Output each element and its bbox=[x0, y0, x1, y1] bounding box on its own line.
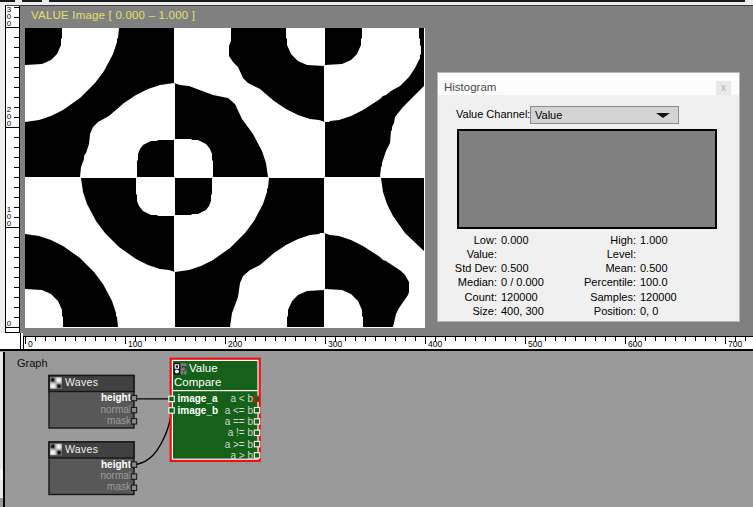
svg-text:700: 700 bbox=[728, 339, 742, 349]
svg-text:400: 400 bbox=[428, 339, 442, 349]
svg-text:a < b: a < b bbox=[230, 393, 253, 404]
svg-text:image_a: image_a bbox=[178, 393, 218, 404]
svg-text:Waves: Waves bbox=[65, 376, 98, 388]
svg-text:0: 0 bbox=[7, 319, 12, 328]
svg-text:600: 600 bbox=[628, 339, 642, 349]
svg-text:0: 0 bbox=[28, 339, 33, 349]
svg-text:0: 0 bbox=[7, 119, 12, 128]
svg-text:a == b: a == b bbox=[225, 416, 254, 427]
svg-text:mask: mask bbox=[107, 415, 132, 426]
svg-text:a > b: a > b bbox=[230, 450, 253, 461]
svg-text:Value: Value bbox=[189, 362, 218, 374]
svg-text:normal: normal bbox=[100, 470, 131, 481]
svg-text:a >= b: a >= b bbox=[225, 439, 254, 450]
svg-text:image_b: image_b bbox=[178, 405, 219, 416]
svg-text:height: height bbox=[101, 459, 132, 470]
svg-text:100: 100 bbox=[128, 339, 142, 349]
svg-text:a <= b: a <= b bbox=[225, 405, 254, 416]
svg-text:Waves: Waves bbox=[65, 443, 98, 455]
svg-text:?: ? bbox=[181, 364, 187, 376]
svg-text:normal: normal bbox=[100, 404, 131, 415]
svg-text:mask: mask bbox=[107, 481, 132, 492]
svg-text:Compare: Compare bbox=[174, 376, 221, 388]
svg-text:0: 0 bbox=[7, 19, 12, 28]
svg-text:a != b: a != b bbox=[228, 427, 254, 438]
svg-text:height: height bbox=[101, 392, 132, 403]
svg-text:200: 200 bbox=[228, 339, 242, 349]
svg-text:300: 300 bbox=[328, 339, 342, 349]
svg-text:500: 500 bbox=[528, 339, 542, 349]
svg-text:0: 0 bbox=[7, 219, 12, 228]
